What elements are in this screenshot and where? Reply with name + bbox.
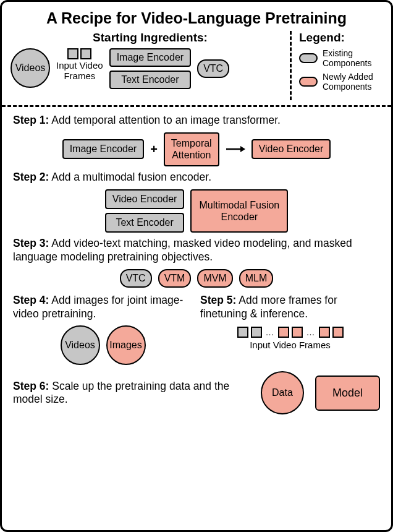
legend-swatch-existing [299,53,318,63]
step-1-label: Step 1: [13,114,49,126]
frame-square [251,327,262,338]
step-4-label: Step 4: [13,294,49,306]
steps-4-5: Step 4: Add images for joint image-video… [2,294,391,366]
vtc-pill: VTC [197,59,229,78]
text-encoder-box: Text Encoder [109,71,192,89]
frames-label-5: Input Video Frames [200,340,380,351]
legend-new-label: Newly Added Components [323,72,382,92]
divider [2,105,391,107]
video-encoder-box: Video Encoder [105,189,185,209]
videos-circle: Videos [11,48,50,88]
step-1-row: Image Encoder + Temporal Attention Video… [13,132,380,166]
text-encoder-box: Text Encoder [105,213,185,233]
step-2-label: Step 2: [13,171,49,183]
step-3-row: VTC VTM MVM MLM [13,269,380,288]
step-3-label: Step 3: [13,237,49,249]
frame-square-new [292,327,303,338]
videos-circle: Videos [61,325,100,365]
step-1-text: Add temporal attention to an image trans… [51,114,281,126]
vtc-pill: VTC [120,269,152,288]
fusion-encoder-box: Multimodal Fusion Encoder [190,189,288,233]
diagram-frame: A Recipe for Video-Language Pretraining … [0,0,393,532]
input-frames-group: Input Video Frames [56,48,103,81]
ingredients-panel: Starting Ingredients: Videos Input Video… [11,31,290,100]
legend-heading: Legend: [299,31,382,45]
ellipsis-icon: … [305,327,316,338]
ingredients-items: Videos Input Video Frames Image Encoder … [11,48,290,89]
step-5-frames: … … [200,327,380,338]
plus-icon: + [150,142,158,157]
step-5: Step 5: Add more frames for finetuning &… [200,294,380,366]
image-encoder-box: Image Encoder [62,139,145,159]
images-circle: Images [106,325,146,365]
mvm-pill: MVM [197,269,232,288]
legend-existing: Existing Components [299,48,382,68]
frame-square [237,327,248,338]
frame-square [80,48,91,59]
step-4-row: Videos Images [13,325,193,365]
temporal-attention-box: Temporal Attention [164,132,219,166]
mlm-pill: MLM [239,269,274,288]
step-6-label: Step 6: [13,380,49,392]
step-3-text: Add video-text matching, masked video mo… [13,237,352,263]
arrow-icon [226,145,245,153]
model-box: Model [315,375,380,411]
step-1: Step 1: Add temporal attention to an ima… [2,112,391,168]
data-circle: Data [261,371,304,414]
svg-marker-1 [240,146,245,152]
frames-label: Input Video Frames [56,61,103,81]
step-2: Step 2: Add a multimodal fusion encoder.… [2,169,391,235]
frame-square-new [319,327,330,338]
legend-panel: Legend: Existing Components Newly Added … [290,31,382,100]
page-title: A Recipe for Video-Language Pretraining [2,2,391,31]
ellipsis-icon: … [264,327,276,338]
frame-square [67,48,78,59]
vtm-pill: VTM [158,269,192,288]
legend-swatch-new [299,77,318,87]
video-encoder-box: Video Encoder [251,139,331,159]
legend-new: Newly Added Components [299,72,382,92]
top-section: Starting Ingredients: Videos Input Video… [2,31,391,100]
step-5-label: Step 5: [200,294,236,306]
frame-square-new [332,327,344,338]
step-3: Step 3: Add video-text matching, masked … [2,235,391,290]
encoder-stack: Image Encoder Text Encoder [109,48,192,89]
ingredients-heading: Starting Ingredients: [11,31,290,45]
step-2-row: Video Encoder Text Encoder Multimodal Fu… [13,189,380,233]
frame-square-new [278,327,289,338]
encoder-stack-2: Video Encoder Text Encoder [105,189,185,233]
step-2-text: Add a multimodal fusion encoder. [51,171,211,183]
step-6-textblock: Step 6: Scale up the pretraining data an… [13,380,250,407]
image-encoder-box: Image Encoder [109,48,192,67]
legend-existing-label: Existing Components [323,48,382,68]
step-6: Step 6: Scale up the pretraining data an… [2,369,391,421]
step-4: Step 4: Add images for joint image-video… [13,294,193,366]
